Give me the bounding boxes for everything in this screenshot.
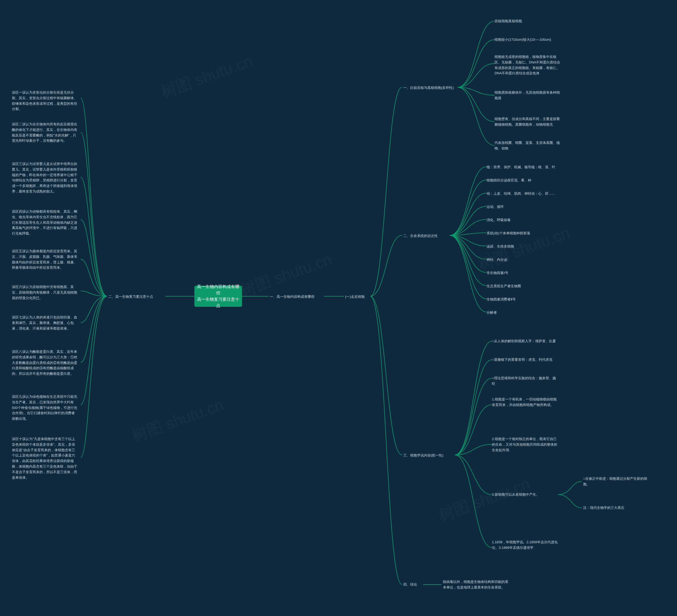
r2-item-10[interactable]: 生物因素消费者Ⅱ号 [487, 297, 516, 302]
r2-item-1[interactable]: 细胞组织分泌器官花、果、种 [487, 178, 531, 183]
mindmap-connectors [0, 0, 677, 616]
root-line1: 高一生物内容构成有哪些 [197, 284, 239, 295]
r3-item-6[interactable]: 1.1838，年细胞学说。2.1859年达尔代进化论。3.1866年孟德尔遗传学 [492, 539, 558, 551]
r1-item-1[interactable]: 细胞较小(1?10um)较大(10—-100um) [495, 37, 551, 43]
watermark: 树图 shutu.cn [158, 50, 256, 103]
r2-item-3[interactable]: 运动、循环 [487, 204, 504, 210]
r1-item-4[interactable]: 细胞壁有。但成分和真核不同，主要是肽聚糖植物细胞。真菌细胞有，动物细胞无 [495, 116, 561, 128]
r2-item-2[interactable]: 动：上皮、结缔、肌肉、神经动：心、肝…… [487, 191, 555, 196]
mindmap-root[interactable]: 高一生物内容构成有哪些 高一生物复习要注意十点 [194, 285, 242, 307]
branch-right-main[interactable]: 一、高一生物内容构成有哪些 [270, 294, 314, 300]
left-item-4[interactable]: 误区五误认为腺体都是内胚层发育而来。其实，汗腺、皮脂腺、乳腺、气味腺、垂体等腺体… [12, 249, 78, 271]
branch-left-main[interactable]: 二、高一生物复习要注意十点 [108, 294, 153, 300]
root-line2: 高一生物复习要注意十点 [197, 297, 239, 308]
left-item-5[interactable]: 误区六误认为原核细胞中没有细胞器。其实，原核细胞内有核糖体，只是无其他细胞器的明… [12, 284, 78, 301]
branch-r4-title[interactable]: 四、结论 [403, 582, 417, 587]
r1-item-3[interactable]: 细胞质除核糖体外，无其他细胞器有各种细胞器 [495, 90, 561, 101]
r1-item-5[interactable]: 代表放线菌、细菌、蓝藻、支原体真菌、植物、动物 [495, 140, 561, 151]
left-item-6[interactable]: 误区七误认为人体的体液只包括组织液、血浆和淋巴。其实，脑脊液、胸腔液、心包液，消… [12, 315, 78, 331]
watermark: 树图 shutu.cn [237, 249, 335, 302]
r3-item-5[interactable]: 3.新细胞可以从老细胞中产生。 [492, 492, 539, 497]
r2-item-4[interactable]: 消化、呼吸病毒 [487, 217, 511, 223]
left-item-0[interactable]: 误区一误认为变形虫的分裂生殖是无丝分裂。其实，变形虫分裂过程中有核膜解体、纺锤体… [12, 90, 78, 112]
left-item-9[interactable]: 误区十误认为"凡是体细胞中含有三个以上染色体组的个体就是多倍体"。其实，多倍体应… [12, 436, 78, 480]
r2-item-5[interactable]: 系统(动)个体单细胞种群群落 [487, 231, 530, 236]
left-item-8[interactable]: 误区九误认为绿色植物在生态系统中只能充当生产者。其实，已发现自然界中大约有500… [12, 394, 78, 422]
watermark: 树图 shutu.cn [436, 474, 533, 526]
r3-item-4[interactable]: 2.细胞是一个相对独立的单位，既有它自己的生命，又对与其他细胞共同组成的整体的生… [492, 436, 558, 453]
r3-sub-0[interactable]: ○在修正中前进：细胞通过分裂产生新的细胞。 [583, 476, 649, 487]
left-item-3[interactable]: 误区四误认为动物都具有线粒体。其实，蛔虫、绦虫等体内寄生虫不含线粒体，因为它们长… [12, 209, 78, 236]
r3-item-0[interactable]: ○从人体的解剖和观察入手：维萨里、比夏 [492, 339, 556, 344]
r2-item-11[interactable]: 分解者 [487, 310, 497, 315]
r1-item-0[interactable]: 原核细胞真核细胞 [495, 18, 522, 24]
left-item-2[interactable]: 误区三误认为试管婴儿是从试管中培养出的婴儿。其实，试管婴儿是体外受精和胚胎移植的… [12, 161, 78, 194]
watermark: 树图 shutu.cn [129, 394, 226, 447]
r3-item-2[interactable]: ○理论思维和科学实验的结合：施来登、施旺 [492, 376, 558, 387]
r2-item-8[interactable]: 非生物因素Ⅰ号 [487, 270, 508, 276]
r3-item-1[interactable]: ○显微镜下的重要发明：虎克、列代虎克 [492, 357, 552, 363]
branch-right-sub1[interactable]: (一)走近细胞 [345, 294, 365, 300]
branch-r2-title[interactable]: 二、生命系统的层次性 [403, 233, 438, 239]
left-item-1[interactable]: 误区二误认为在生物体内所有的反应都需在酶的催化下才能进行。其实，在生物体内有能反… [12, 122, 78, 144]
r2-item-0[interactable]: 植：营养、保护、机械、输导植：根、茎、叶 [487, 165, 555, 170]
r2-item-7[interactable]: 神经、内分泌 [487, 257, 507, 263]
branch-r1-title[interactable]: 一、比较原核与真核细胞(多样性) [403, 85, 454, 91]
r3-sub-1[interactable]: 注：现代生物学的三大基石 [583, 505, 624, 511]
r3-item-3[interactable]: 1.细胞是一个有机体，一切动植物都由细胞发育而来，并由细胞和细胞产物所构成。 [492, 397, 558, 408]
r2-item-9[interactable]: 生态系统生产者生物圈 [487, 283, 521, 289]
branch-r3-title[interactable]: 三、细胞学说内容(统一性) [403, 453, 444, 458]
r4-content[interactable]: 除病毒以外，细胞是生物体结构和功能的基本单位，也是地球上最基本的生命系统。 [443, 579, 509, 590]
r2-item-6[interactable]: 泌尿、生殖多细胞 [487, 244, 514, 250]
left-item-7[interactable]: 误区八误认为酶都是蛋白质。其实，近年来的研究成果表明，酶可以分为三大类：①绝大多… [12, 349, 78, 377]
r1-item-2[interactable]: 细胞核无成形的细胞核，核物质集中在核区。无核膜，无核仁。DNA不和蛋白质结合有成… [495, 54, 561, 76]
